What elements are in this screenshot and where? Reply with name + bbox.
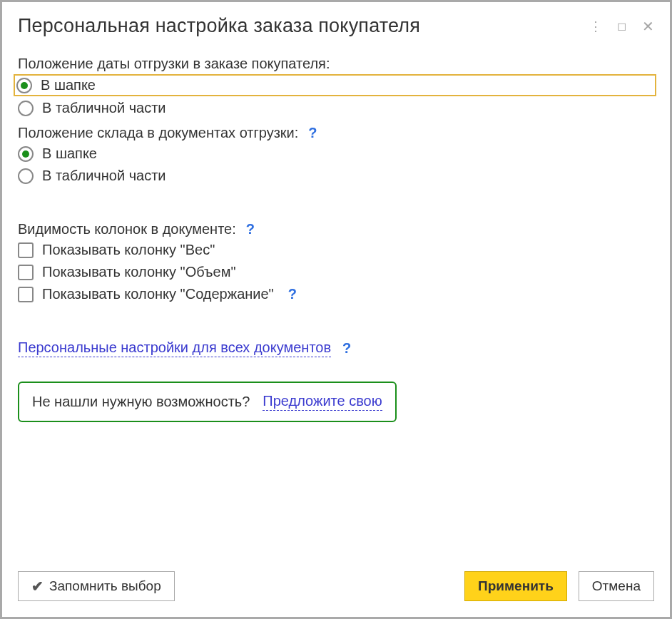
radio-ship-date-table[interactable]: В табличной части: [18, 100, 654, 116]
radio-icon: [18, 146, 34, 162]
checkbox-icon: [18, 242, 34, 258]
column-visibility-label: Видимость колонок в документе:: [18, 221, 236, 237]
window-controls: ⋮ ◻ ✕: [589, 19, 654, 34]
radio-icon: [16, 78, 32, 93]
suggest-text: Не нашли нужную возможность?: [32, 394, 250, 410]
radio-warehouse-table[interactable]: В табличной части: [18, 168, 654, 184]
ship-date-position-group: Положение даты отгрузки в заказе покупат…: [18, 56, 654, 122]
help-icon[interactable]: ?: [342, 340, 351, 357]
suggest-link[interactable]: Предложите свою: [263, 393, 382, 411]
checkbox-show-content[interactable]: Показывать колонку "Содержание" ?: [18, 286, 654, 302]
help-icon[interactable]: ?: [308, 125, 317, 141]
checkbox-show-volume[interactable]: Показывать колонку "Объем": [18, 264, 654, 280]
radio-warehouse-header[interactable]: В шапке: [18, 145, 654, 162]
checkbox-icon: [18, 287, 34, 302]
warehouse-position-label: Положение склада в документах отгрузки:: [18, 125, 298, 141]
column-visibility-label-row: Видимость колонок в документе: ?: [18, 221, 654, 237]
apply-button[interactable]: Применить: [464, 571, 567, 601]
button-label: Запомнить выбор: [49, 578, 161, 594]
radio-label: В шапке: [41, 77, 96, 93]
all-docs-link-row: Персональные настройки для всех документ…: [18, 339, 654, 357]
maximize-icon[interactable]: ◻: [617, 21, 626, 32]
radio-label: В табличной части: [42, 168, 166, 184]
title-bar: Персональная настройка заказа покупателя…: [18, 15, 654, 37]
radio-label: В табличной части: [42, 100, 166, 116]
close-icon[interactable]: ✕: [642, 19, 654, 34]
cancel-button[interactable]: Отмена: [579, 571, 654, 601]
radio-icon: [18, 168, 34, 184]
checkbox-icon: [18, 265, 34, 280]
checkbox-show-weight[interactable]: Показывать колонку "Вес": [18, 242, 654, 258]
kebab-icon[interactable]: ⋮: [589, 20, 601, 33]
button-label: Применить: [478, 578, 554, 594]
button-bar: ✔ Запомнить выбор Применить Отмена: [18, 571, 654, 601]
dialog-title: Персональная настройка заказа покупателя: [18, 15, 420, 37]
checkbox-label: Показывать колонку "Объем": [42, 264, 236, 280]
settings-dialog: Персональная настройка заказа покупателя…: [0, 0, 672, 619]
check-icon: ✔: [31, 578, 44, 595]
ship-date-position-label: Положение даты отгрузки в заказе покупат…: [18, 56, 654, 72]
suggest-box: Не нашли нужную возможность? Предложите …: [18, 382, 397, 422]
radio-icon: [18, 101, 34, 116]
column-visibility-group: Видимость колонок в документе: ? Показыв…: [18, 221, 654, 308]
warehouse-position-label-row: Положение склада в документах отгрузки: …: [18, 125, 654, 141]
checkbox-label: Показывать колонку "Вес": [42, 242, 215, 258]
remember-button[interactable]: ✔ Запомнить выбор: [18, 571, 175, 601]
checkbox-label: Показывать колонку "Содержание": [42, 286, 274, 302]
help-icon[interactable]: ?: [288, 286, 297, 302]
button-label: Отмена: [592, 578, 641, 594]
radio-ship-date-header[interactable]: В шапке: [16, 76, 654, 94]
all-docs-link[interactable]: Персональные настройки для всех документ…: [18, 339, 331, 357]
help-icon[interactable]: ?: [246, 221, 255, 237]
radio-label: В шапке: [42, 145, 97, 162]
warehouse-position-group: Положение склада в документах отгрузки: …: [18, 125, 654, 190]
